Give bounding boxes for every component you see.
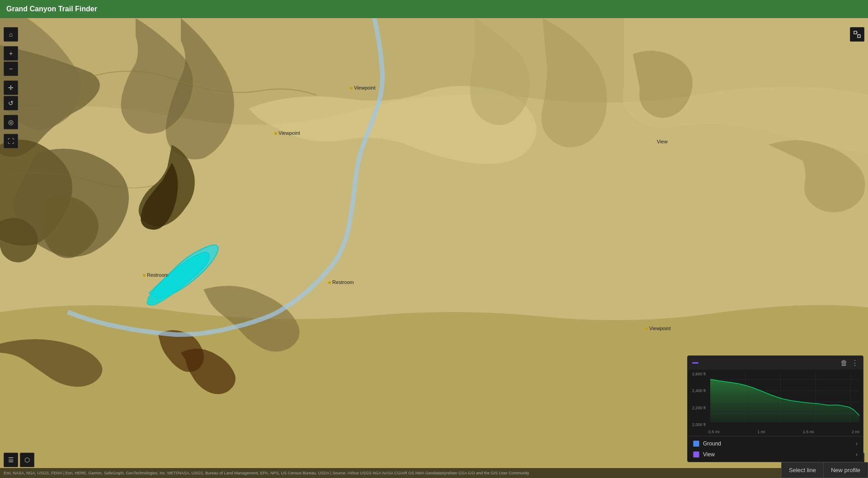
- ground-layer-row[interactable]: Ground ›: [688, 438, 863, 449]
- map-container[interactable]: Viewpoint Viewpoint Restroom Restroom Vi…: [0, 18, 868, 478]
- zoom-out-button[interactable]: −: [4, 62, 18, 76]
- viewpoint-label-3: Viewpoint: [645, 326, 671, 331]
- elevation-chart: 2,600 ft 2,400 ft 2,200 ft 2,000 ft: [688, 370, 863, 429]
- more-options-button[interactable]: ⋮: [851, 359, 859, 367]
- delete-profile-button[interactable]: 🗑: [840, 359, 848, 367]
- bottom-left-toolbar: ☰ ⬡: [4, 453, 34, 467]
- ground-layer-chevron: ›: [856, 440, 858, 447]
- rotate-button[interactable]: ↺: [4, 96, 18, 110]
- restroom-label-2: Restroom: [328, 279, 354, 285]
- view-label: View: [657, 139, 668, 144]
- map-size-button[interactable]: [850, 27, 864, 42]
- profile-tab-indicator: [692, 362, 698, 364]
- pan-button[interactable]: ✛: [4, 80, 18, 95]
- ground-layer-label: Ground: [703, 440, 721, 447]
- svg-rect-1: [854, 31, 857, 34]
- x-axis-labels: 0.5 mi 1 mi 1.5 mi 2 mi: [688, 429, 863, 436]
- elevation-svg-chart: [710, 373, 859, 422]
- attribution-bar: Esri, NASA, NGA, USGS, FEMA | Esri, HERE…: [0, 468, 868, 478]
- profile-panel: 🗑 ⋮ 2,600 ft 2,400 ft 2,200 ft 2,000 ft: [687, 355, 863, 462]
- viewpoint-label-2: Viewpoint: [274, 130, 300, 136]
- profile-actions: 🗑 ⋮: [840, 359, 859, 367]
- select-line-button[interactable]: Select line: [781, 462, 823, 478]
- locate-button[interactable]: ◎: [4, 115, 18, 129]
- profile-panel-header: 🗑 ⋮: [688, 356, 863, 370]
- viewpoint-label-1: Viewpoint: [350, 85, 376, 90]
- y-axis-labels: 2,600 ft 2,400 ft 2,200 ft 2,000 ft: [688, 370, 707, 429]
- left-toolbar: ⌂ + − ✛ ↺ ◎ ⛶: [4, 27, 18, 148]
- fullscreen-button[interactable]: ⛶: [4, 134, 18, 148]
- view-layer-row[interactable]: View ›: [688, 449, 863, 460]
- x-label-05mi: 0.5 mi: [708, 430, 720, 434]
- ground-layer-color: [693, 440, 699, 447]
- x-label-1mi: 1 mi: [757, 430, 765, 434]
- x-label-2mi: 2 mi: [852, 430, 859, 434]
- zoom-in-button[interactable]: +: [4, 46, 18, 61]
- attribution-text: Esri, NASA, NGA, USGS, FEMA | Esri, HERE…: [4, 471, 529, 475]
- profile-layers: Ground › View ›: [688, 436, 863, 462]
- y-label-2400: 2,400 ft: [689, 388, 706, 393]
- y-label-2000: 2,000 ft: [689, 422, 706, 427]
- view-layer-chevron: ›: [856, 451, 858, 458]
- bottom-action-buttons: Select line New profile: [781, 462, 868, 478]
- app-header: Grand Canyon Trail Finder: [0, 0, 868, 18]
- restroom-label-1: Restroom: [143, 272, 169, 278]
- app-title: Grand Canyon Trail Finder: [6, 5, 97, 13]
- home-button[interactable]: ⌂: [4, 27, 18, 42]
- view-layer-label: View: [703, 451, 715, 458]
- y-label-2200: 2,200 ft: [689, 406, 706, 410]
- share-button[interactable]: ⬡: [20, 453, 34, 467]
- new-profile-button[interactable]: New profile: [823, 462, 868, 478]
- view-layer-color: [693, 451, 699, 458]
- svg-rect-2: [858, 35, 860, 38]
- x-label-15mi: 1.5 mi: [803, 430, 814, 434]
- y-label-2600: 2,600 ft: [689, 372, 706, 376]
- menu-button[interactable]: ☰: [4, 453, 18, 467]
